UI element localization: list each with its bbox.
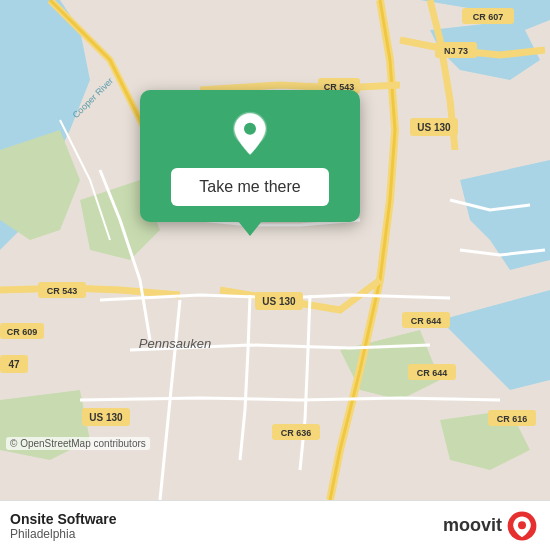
moovit-logo: moovit [443,510,538,542]
svg-text:CR 609: CR 609 [7,327,38,337]
location-city: Philadelphia [10,527,117,541]
svg-point-32 [518,521,526,529]
svg-text:CR 607: CR 607 [473,12,504,22]
location-info: Onsite Software Philadelphia [10,511,117,541]
map-container: CR 607 NJ 73 CR 543 US 130 CR 543 CR 609… [0,0,550,500]
svg-text:NJ 73: NJ 73 [444,46,468,56]
svg-text:Pennsauken: Pennsauken [139,336,211,351]
moovit-text: moovit [443,515,502,536]
svg-text:US 130: US 130 [89,412,123,423]
svg-text:47: 47 [8,359,20,370]
svg-text:US 130: US 130 [262,296,296,307]
svg-text:CR 636: CR 636 [281,428,312,438]
location-name: Onsite Software [10,511,117,527]
moovit-brand-icon [506,510,538,542]
map-background: CR 607 NJ 73 CR 543 US 130 CR 543 CR 609… [0,0,550,500]
svg-text:US 130: US 130 [417,122,451,133]
bottom-bar: Onsite Software Philadelphia moovit [0,500,550,550]
take-me-there-button[interactable]: Take me there [171,168,328,206]
svg-text:CR 616: CR 616 [497,414,528,424]
svg-point-30 [244,123,256,135]
svg-text:CR 543: CR 543 [47,286,78,296]
osm-attribution: © OpenStreetMap contributors [6,437,150,450]
svg-text:CR 644: CR 644 [411,316,442,326]
svg-text:CR 644: CR 644 [417,368,448,378]
popup-card: Take me there [140,90,360,222]
location-pin-icon [226,110,274,158]
